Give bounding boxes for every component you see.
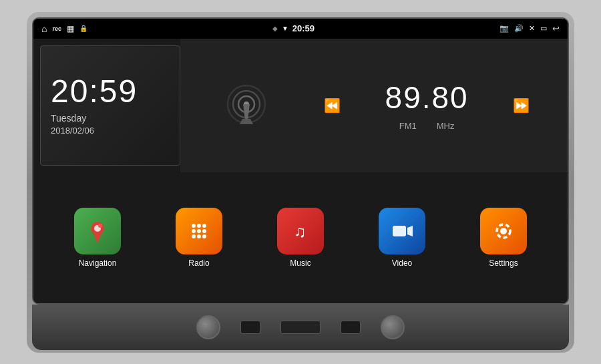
sim-icon: ▦ <box>67 24 74 33</box>
gps-icon: ◆ <box>272 25 278 32</box>
app-item-video[interactable]: Video <box>379 208 425 268</box>
svg-point-23 <box>500 228 507 234</box>
svg-point-17 <box>197 234 201 238</box>
home-status-icon[interactable] <box>41 23 47 34</box>
settings-icon <box>480 208 527 254</box>
radio-meta-info: FM1 MHz <box>399 121 455 131</box>
svg-point-10 <box>192 224 196 228</box>
svg-marker-5 <box>240 119 253 124</box>
radio-app-icon <box>176 208 222 254</box>
app-item-music[interactable]: ♫ Music <box>277 208 324 268</box>
lock-status-icon: 🔒 <box>79 25 87 32</box>
svg-point-12 <box>202 224 206 228</box>
status-bar: rec ▦ 🔒 ◆ ▼ 20:59 📷 🔊 ✕ ▭ ↩ <box>33 19 568 39</box>
video-label: Video <box>392 258 412 268</box>
app-item-navigation[interactable]: Navigation <box>74 208 121 268</box>
camera-status-icon: 📷 <box>499 24 509 33</box>
svg-point-11 <box>197 224 201 228</box>
radio-antenna-icon <box>213 72 280 139</box>
clock-day-display: Tuesday <box>51 113 170 124</box>
clock-panel: 20:59 Tuesday 2018/02/06 <box>40 45 180 166</box>
wifi-signal-icon: ▼ <box>282 25 288 32</box>
screen-bezel: rec ▦ 🔒 ◆ ▼ 20:59 📷 🔊 ✕ ▭ ↩ <box>32 17 569 305</box>
navigation-label: Navigation <box>79 258 117 268</box>
car-stereo-device: rec ▦ 🔒 ◆ ▼ 20:59 📷 🔊 ✕ ▭ ↩ <box>27 12 574 353</box>
back-nav-icon[interactable]: ↩ <box>552 23 560 33</box>
svg-point-14 <box>197 229 201 233</box>
svg-marker-22 <box>407 226 413 236</box>
top-section: 20:59 Tuesday 2018/02/06 <box>33 39 568 172</box>
svg-point-18 <box>202 234 206 238</box>
window-icon[interactable]: ▭ <box>540 24 547 33</box>
svg-point-16 <box>192 234 196 238</box>
close-icon[interactable]: ✕ <box>529 24 535 33</box>
clock-time-display: 20:59 <box>51 75 170 108</box>
hardware-knob-right[interactable] <box>381 315 405 339</box>
app-item-settings[interactable]: Settings <box>480 208 527 268</box>
bottom-hardware <box>32 305 569 350</box>
radio-panel: ⏪ 89.80 FM1 MHz ⏩ <box>180 39 568 172</box>
svg-rect-21 <box>393 226 406 236</box>
svg-marker-8 <box>93 234 102 243</box>
volume-icon[interactable]: 🔊 <box>514 24 524 33</box>
status-left-icons: rec ▦ 🔒 <box>41 23 87 34</box>
status-right-icons: 📷 🔊 ✕ ▭ ↩ <box>499 23 560 33</box>
settings-label: Settings <box>489 258 518 268</box>
radio-rewind-button[interactable]: ⏪ <box>319 95 346 116</box>
screen-content: rec ▦ 🔒 ◆ ▼ 20:59 📷 🔊 ✕ ▭ ↩ <box>33 19 568 303</box>
radio-app-label: Radio <box>188 258 209 268</box>
hardware-usb-port-2 <box>341 321 361 334</box>
video-icon <box>379 208 425 254</box>
status-time: 20:59 <box>292 23 315 33</box>
hardware-card-slot <box>280 321 321 334</box>
navigation-icon <box>74 208 121 254</box>
app-item-radio[interactable]: Radio <box>176 208 222 268</box>
radio-unit: MHz <box>437 121 455 131</box>
hardware-usb-port <box>240 321 260 334</box>
radio-frequency-display: 89.80 <box>385 79 469 116</box>
clock-date-display: 2018/02/06 <box>51 126 170 136</box>
svg-text:♫: ♫ <box>294 222 306 240</box>
hardware-knob-left[interactable] <box>196 315 220 339</box>
svg-point-9 <box>98 224 102 228</box>
svg-point-15 <box>202 229 206 233</box>
music-icon: ♫ <box>277 208 324 254</box>
radio-band: FM1 <box>399 121 417 131</box>
radio-fastforward-button[interactable]: ⏩ <box>508 95 535 116</box>
music-label: Music <box>290 258 311 268</box>
radio-controls: 89.80 FM1 MHz <box>385 79 469 131</box>
app-grid: Navigation <box>33 172 568 303</box>
svg-point-13 <box>192 229 196 233</box>
rec-icon: rec <box>52 25 61 32</box>
status-center-area: ◆ ▼ 20:59 <box>272 23 315 33</box>
